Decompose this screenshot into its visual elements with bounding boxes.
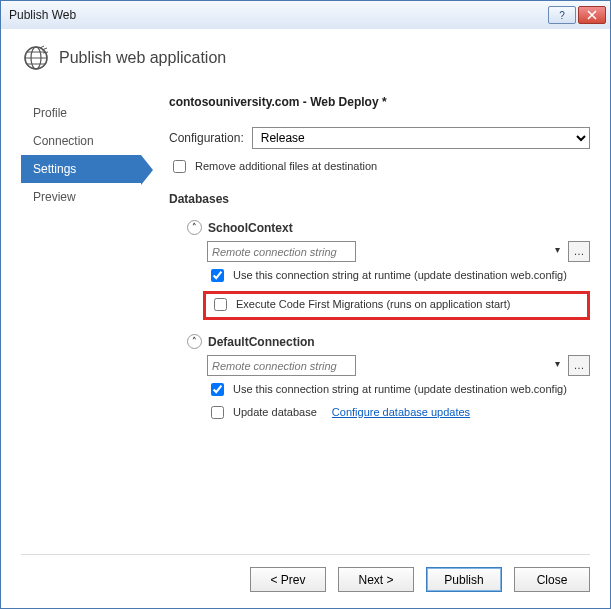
dialog-footer: < Prev Next > Publish Close [1, 555, 610, 608]
db1-migrations-label: Execute Code First Migrations (runs on a… [236, 297, 511, 311]
main-panel: contosouniversity.com - Web Deploy * Con… [145, 89, 590, 544]
help-button[interactable]: ? [548, 6, 576, 24]
configuration-row: Configuration: Release [169, 127, 590, 149]
db2-browse-button[interactable]: … [568, 355, 590, 376]
db-name-label: SchoolContext [208, 221, 293, 235]
db2-useconn-row: Use this connection string at runtime (u… [187, 382, 590, 399]
prev-button[interactable]: < Prev [250, 567, 326, 592]
dialog-window: Publish Web ? Publish web application Pr… [0, 0, 611, 609]
sidebar-item-preview[interactable]: Preview [21, 183, 141, 211]
title-bar[interactable]: Publish Web ? [1, 1, 610, 29]
publish-button[interactable]: Publish [426, 567, 502, 592]
db1-browse-button[interactable]: … [568, 241, 590, 262]
db2-useconn-checkbox[interactable] [211, 383, 224, 396]
db1-migrations-row: Execute Code First Migrations (runs on a… [210, 297, 583, 314]
sidebar-item-label: Connection [33, 134, 94, 148]
globe-icon [23, 45, 49, 71]
dropdown-arrow-icon: ▾ [555, 358, 560, 369]
migrations-highlight: Execute Code First Migrations (runs on a… [203, 291, 590, 320]
db1-connection-row: ▾ … [187, 241, 590, 262]
sidebar-item-label: Settings [33, 162, 76, 176]
db2-connection-input[interactable] [207, 355, 356, 376]
page-title: contosouniversity.com - Web Deploy * [169, 95, 590, 109]
db1-useconn-label: Use this connection string at runtime (u… [233, 268, 567, 282]
configuration-label: Configuration: [169, 131, 244, 145]
close-button[interactable]: Close [514, 567, 590, 592]
configure-updates-link[interactable]: Configure database updates [332, 405, 470, 419]
db-schoolcontext-block: ˄ SchoolContext ▾ … Use this connection … [169, 220, 590, 320]
dropdown-arrow-icon: ▾ [555, 244, 560, 255]
db2-connection-row: ▾ … [187, 355, 590, 376]
sidebar-item-profile[interactable]: Profile [21, 99, 141, 127]
db-defaultconnection-header[interactable]: ˄ DefaultConnection [187, 334, 590, 349]
dialog-header: Publish web application [1, 29, 610, 81]
db-defaultconnection-block: ˄ DefaultConnection ▾ … Use this connect… [169, 334, 590, 422]
db1-connection-input[interactable] [207, 241, 356, 262]
configuration-select[interactable]: Release [252, 127, 590, 149]
sidebar-item-connection[interactable]: Connection [21, 127, 141, 155]
next-button[interactable]: Next > [338, 567, 414, 592]
chevron-up-icon[interactable]: ˄ [187, 334, 202, 349]
db2-updatedb-checkbox[interactable] [211, 406, 224, 419]
chevron-up-icon[interactable]: ˄ [187, 220, 202, 235]
remove-files-checkbox[interactable] [173, 160, 186, 173]
close-window-button[interactable] [578, 6, 606, 24]
db1-useconn-checkbox[interactable] [211, 269, 224, 282]
db1-migrations-checkbox[interactable] [214, 298, 227, 311]
sidebar: Profile Connection Settings Preview [21, 89, 141, 544]
sidebar-item-settings[interactable]: Settings [21, 155, 141, 183]
db1-useconn-row: Use this connection string at runtime (u… [187, 268, 590, 285]
databases-heading: Databases [169, 192, 590, 206]
window-controls: ? [548, 6, 606, 24]
window-title: Publish Web [9, 8, 548, 22]
sidebar-item-label: Profile [33, 106, 67, 120]
db2-useconn-label: Use this connection string at runtime (u… [233, 382, 567, 396]
db2-updatedb-row: Update database Configure database updat… [187, 405, 590, 422]
dialog-body: Profile Connection Settings Preview cont… [1, 81, 610, 552]
sidebar-item-label: Preview [33, 190, 76, 204]
remove-files-label: Remove additional files at destination [195, 159, 377, 173]
db2-updatedb-label: Update database [233, 405, 317, 419]
db-schoolcontext-header[interactable]: ˄ SchoolContext [187, 220, 590, 235]
db-name-label: DefaultConnection [208, 335, 315, 349]
header-title: Publish web application [59, 49, 226, 67]
remove-files-row: Remove additional files at destination [169, 159, 590, 176]
close-icon [587, 10, 597, 20]
